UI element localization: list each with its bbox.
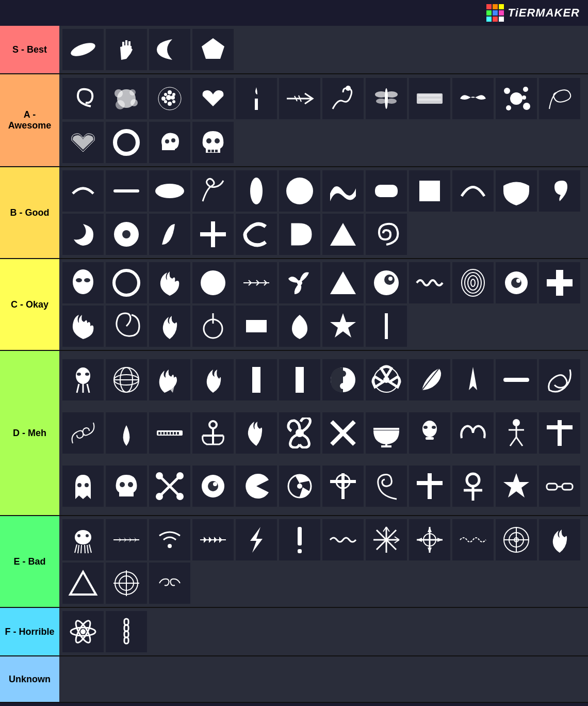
icon-crosshair[interactable]	[106, 563, 147, 604]
icon-alien-small[interactable]	[409, 412, 450, 454]
icon-cross-plus[interactable]	[539, 262, 580, 303]
icon-flourish-a[interactable]	[539, 78, 580, 119]
icon-oval-tall[interactable]	[236, 170, 277, 212]
icon-heart-splat[interactable]	[192, 78, 234, 119]
icon-atom[interactable]	[62, 611, 104, 652]
icon-stick-figure[interactable]	[496, 412, 537, 454]
icon-circle-filled[interactable]	[279, 170, 320, 212]
icon-celtic-cross[interactable]	[322, 466, 364, 507]
icon-wifi[interactable]	[149, 519, 190, 560]
icon-glasses[interactable]	[539, 466, 580, 507]
icon-eyeball[interactable]	[366, 262, 407, 303]
icon-hand[interactable]	[106, 29, 147, 70]
icon-circle-dot[interactable]	[106, 214, 147, 255]
icon-circle-eye-d[interactable]	[192, 466, 234, 507]
icon-c-shape[interactable]	[236, 214, 277, 255]
icon-triangle-e[interactable]	[62, 563, 104, 604]
icon-comma[interactable]	[539, 170, 580, 212]
icon-star-d[interactable]	[496, 466, 537, 507]
icon-flame-d[interactable]	[192, 359, 234, 400]
icon-compass-cross[interactable]	[409, 519, 450, 560]
icon-wave-shape[interactable]	[322, 170, 364, 212]
icon-ring-c[interactable]	[106, 262, 147, 303]
icon-flame-thin[interactable]	[106, 412, 147, 454]
icon-crossbones[interactable]	[149, 466, 190, 507]
icon-flame-drop[interactable]	[279, 306, 320, 347]
icon-flame-e[interactable]	[539, 519, 580, 560]
icon-target-cross[interactable]	[496, 519, 537, 560]
icon-oval[interactable]	[149, 170, 190, 212]
icon-dash-long[interactable]	[496, 359, 537, 400]
icon-chain-wave[interactable]	[452, 519, 494, 560]
icon-flourish-b[interactable]	[192, 170, 234, 212]
icon-wave-line[interactable]	[409, 262, 450, 303]
icon-alien-head[interactable]	[62, 262, 104, 303]
icon-spiral[interactable]	[106, 306, 147, 347]
icon-biohazard[interactable]	[279, 412, 320, 454]
icon-snake[interactable]	[322, 78, 364, 119]
icon-radioactive2[interactable]	[279, 466, 320, 507]
icon-squid[interactable]	[62, 519, 104, 560]
icon-skull-front[interactable]	[192, 122, 234, 163]
icon-arrows-e[interactable]	[149, 563, 190, 604]
icon-flame-d2[interactable]	[236, 412, 277, 454]
icon-cross-d[interactable]	[539, 412, 580, 454]
icon-cross-b[interactable]	[192, 214, 234, 255]
icon-mustache[interactable]	[452, 78, 494, 119]
icon-barbed-wire2[interactable]	[192, 519, 234, 560]
icon-square[interactable]	[409, 170, 450, 212]
icon-yin-yang[interactable]	[322, 359, 364, 400]
icon-candle[interactable]	[236, 78, 277, 119]
icon-dragonfly[interactable]	[366, 78, 407, 119]
icon-pentagon[interactable]	[192, 29, 234, 70]
icon-snowflake[interactable]	[366, 519, 407, 560]
icon-piano[interactable]	[149, 412, 190, 454]
icon-radioactive-d[interactable]	[366, 359, 407, 400]
icon-alien-body[interactable]	[62, 359, 104, 400]
icon-flame-c[interactable]	[149, 306, 190, 347]
icon-chain[interactable]	[106, 611, 147, 652]
icon-flag[interactable]	[409, 78, 450, 119]
icon-fire-burst[interactable]	[62, 306, 104, 347]
icon-pacman[interactable]	[236, 466, 277, 507]
icon-skull-side[interactable]	[149, 122, 190, 163]
icon-rectangle[interactable]	[236, 306, 277, 347]
icon-fingerprint[interactable]	[452, 262, 494, 303]
icon-ring[interactable]	[106, 122, 147, 163]
icon-spike[interactable]	[452, 359, 494, 400]
icon-rect-tall[interactable]	[236, 359, 277, 400]
icon-eyeball-2[interactable]	[496, 262, 537, 303]
icon-crescent-b[interactable]	[62, 214, 104, 255]
icon-circle-c[interactable]	[192, 262, 234, 303]
icon-barbed-wire[interactable]	[106, 519, 147, 560]
icon-cross-x[interactable]	[322, 412, 364, 454]
icon-shield-shape[interactable]	[496, 170, 537, 212]
icon-slash-b[interactable]	[149, 214, 190, 255]
icon-leaf-d[interactable]	[409, 359, 450, 400]
icon-heart-ornate[interactable]	[62, 122, 104, 163]
icon-bar[interactable]	[366, 306, 407, 347]
icon-dash[interactable]	[106, 170, 147, 212]
icon-cross-rel[interactable]	[409, 466, 450, 507]
icon-bowl[interactable]	[366, 412, 407, 454]
icon-crescent[interactable]	[149, 29, 190, 70]
icon-wave-e[interactable]	[322, 519, 364, 560]
icon-pendant[interactable]	[192, 306, 234, 347]
icon-flame-swirl[interactable]	[149, 262, 190, 303]
icon-skull-d[interactable]	[106, 466, 147, 507]
icon-halftone[interactable]	[149, 78, 190, 119]
icon-d-shape[interactable]	[279, 214, 320, 255]
icon-arrow-line[interactable]	[279, 78, 320, 119]
icon-arc[interactable]	[452, 170, 494, 212]
icon-barbed-line[interactable]	[236, 262, 277, 303]
icon-horns[interactable]	[452, 412, 494, 454]
icon-smile-curve[interactable]	[62, 170, 104, 212]
icon-triskelion[interactable]	[279, 262, 320, 303]
icon-swirl-b[interactable]	[366, 214, 407, 255]
icon-lightning[interactable]	[236, 519, 277, 560]
icon-swirl-a[interactable]	[62, 78, 104, 119]
icon-swirls[interactable]	[62, 412, 104, 454]
icon-triangle-b[interactable]	[322, 214, 364, 255]
icon-globe[interactable]	[106, 359, 147, 400]
icon-triangle-c[interactable]	[322, 262, 364, 303]
